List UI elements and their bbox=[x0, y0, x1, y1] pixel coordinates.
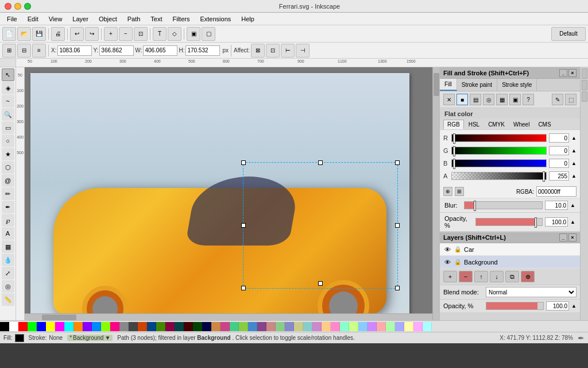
palette-color-0000ff[interactable] bbox=[37, 322, 46, 331]
palette-color-440000[interactable] bbox=[184, 322, 193, 331]
layer-bg-eye-icon[interactable]: 👁 bbox=[443, 258, 451, 266]
palette-color-88cc88[interactable] bbox=[276, 322, 285, 331]
layer-duplicate-btn[interactable]: ⧉ bbox=[505, 271, 519, 282]
palette-color-ff8800[interactable] bbox=[74, 322, 83, 331]
scrollbar-thumb-h[interactable] bbox=[42, 315, 76, 320]
scrollbar-vertical[interactable] bbox=[432, 67, 439, 320]
palette-color-cc88cc[interactable] bbox=[312, 322, 322, 331]
palette-color-444444[interactable] bbox=[129, 322, 138, 331]
group-btn[interactable]: ▣ bbox=[187, 27, 200, 41]
blend-mode-select[interactable]: Normal bbox=[486, 287, 577, 297]
connector-tool[interactable]: ⤢ bbox=[2, 267, 14, 279]
zoom-tool[interactable]: 🔍 bbox=[2, 108, 14, 121]
undo-btn[interactable]: ↩ bbox=[70, 27, 84, 41]
layer-down-btn[interactable]: ↓ bbox=[490, 271, 504, 282]
palette-color-004444[interactable] bbox=[175, 322, 184, 331]
layer-background[interactable]: 👁 🔒 Background bbox=[440, 256, 580, 269]
fill-linear-btn[interactable]: ▤ bbox=[470, 94, 481, 105]
palette-color-000000[interactable] bbox=[0, 322, 9, 331]
palette-color-8800ff[interactable] bbox=[83, 322, 92, 331]
layer-add-btn[interactable]: + bbox=[443, 271, 457, 282]
h-input[interactable] bbox=[185, 45, 220, 56]
x-input[interactable] bbox=[57, 45, 92, 56]
layer-car-lock-icon[interactable]: 🔒 bbox=[454, 246, 462, 254]
affect-btn2[interactable]: ⊡ bbox=[266, 44, 280, 57]
palette-color-000044[interactable] bbox=[202, 322, 211, 331]
print-btn[interactable]: 🖨 bbox=[51, 27, 65, 41]
r-up-arrow[interactable]: ▲ bbox=[571, 135, 577, 141]
layer-delete-btn[interactable]: − bbox=[459, 271, 473, 282]
layer-bg-lock-icon[interactable]: 🔒 bbox=[454, 258, 462, 266]
g-up-arrow[interactable]: ▲ bbox=[571, 148, 577, 154]
fill-none-btn[interactable]: ✕ bbox=[443, 94, 455, 105]
panel-close-btn[interactable]: × bbox=[568, 69, 577, 77]
menu-view[interactable]: View bbox=[44, 14, 67, 24]
fill-copy-btn[interactable]: ⬚ bbox=[565, 94, 577, 105]
menu-file[interactable]: File bbox=[2, 14, 22, 24]
affect-btn4[interactable]: ⊣ bbox=[296, 44, 310, 57]
dropper-tool[interactable]: 💧 bbox=[2, 254, 14, 266]
layer-up-btn[interactable]: ↑ bbox=[474, 271, 488, 282]
tab-cmyk[interactable]: CMYK bbox=[484, 120, 509, 129]
pencil-tool[interactable]: ✏ bbox=[2, 187, 14, 200]
palette-color-cc8888[interactable] bbox=[266, 322, 276, 331]
palette-color-448800[interactable] bbox=[156, 322, 165, 331]
scrollbar-thumb-v[interactable] bbox=[434, 73, 439, 96]
affect-btn3[interactable]: ⊢ bbox=[281, 44, 295, 57]
tab-fill[interactable]: Fill bbox=[440, 79, 457, 91]
rgba-input[interactable] bbox=[536, 186, 577, 197]
palette-color-aaaaff[interactable] bbox=[395, 322, 404, 331]
palette-color-ffaaff[interactable] bbox=[413, 322, 423, 331]
menu-object[interactable]: Object bbox=[94, 14, 122, 24]
palette-color-ff0088[interactable] bbox=[110, 322, 119, 331]
zoom-fit-btn[interactable]: ⊡ bbox=[134, 27, 148, 41]
palette-color-ccff88[interactable] bbox=[349, 322, 358, 331]
a-up-arrow[interactable]: ▲ bbox=[571, 173, 577, 179]
callig-tool[interactable]: ℘ bbox=[2, 214, 14, 227]
ellipse-tool[interactable]: ○ bbox=[2, 135, 14, 147]
palette-color-00ff00[interactable] bbox=[28, 322, 37, 331]
palette-color-aaffaa[interactable] bbox=[386, 322, 395, 331]
redo-btn[interactable]: ↪ bbox=[85, 27, 99, 41]
3d-box-tool[interactable]: ⬡ bbox=[2, 161, 14, 174]
fill-swatch-btn[interactable]: ▣ bbox=[509, 94, 521, 105]
y-input[interactable] bbox=[99, 45, 134, 56]
a-slider[interactable] bbox=[451, 172, 547, 180]
palette-color-ff88cc[interactable] bbox=[331, 322, 340, 331]
open-btn[interactable]: 📂 bbox=[17, 27, 31, 41]
b-input[interactable] bbox=[549, 159, 569, 168]
b-slider[interactable] bbox=[451, 159, 547, 167]
save-btn[interactable]: 💾 bbox=[32, 27, 46, 41]
close-button[interactable] bbox=[5, 3, 11, 10]
palette-color-ff0000[interactable] bbox=[18, 322, 28, 331]
current-layer-indicator[interactable]: * Background ▼ bbox=[67, 335, 113, 341]
g-slider[interactable] bbox=[451, 147, 547, 155]
blur-up-arrow[interactable]: ▲ bbox=[570, 202, 575, 208]
edge-btn-3[interactable] bbox=[582, 91, 587, 102]
palette-color-ff00ff[interactable] bbox=[55, 322, 64, 331]
align-btn[interactable]: ≡ bbox=[32, 44, 46, 57]
measure-tool[interactable]: 📏 bbox=[2, 293, 14, 306]
palette-color-004488[interactable] bbox=[147, 322, 156, 331]
menu-filters[interactable]: Filters bbox=[168, 14, 195, 24]
palette-color-88ccff[interactable] bbox=[358, 322, 368, 331]
edge-btn-2[interactable] bbox=[582, 80, 587, 90]
palette-color-cc8844[interactable] bbox=[211, 322, 220, 331]
palette-color-44cc88[interactable] bbox=[230, 322, 239, 331]
a-input[interactable] bbox=[549, 171, 569, 181]
palette-color-004400[interactable] bbox=[193, 322, 202, 331]
fill-unknown-btn[interactable]: ? bbox=[523, 94, 534, 105]
zoom-out-btn[interactable]: − bbox=[119, 27, 133, 41]
layers-opacity-input[interactable] bbox=[546, 301, 569, 310]
blur-input[interactable] bbox=[545, 201, 568, 210]
scrollbar-horizontal[interactable] bbox=[25, 313, 432, 320]
palette-color-cc4400[interactable] bbox=[138, 322, 147, 331]
b-up-arrow[interactable]: ▲ bbox=[571, 160, 577, 166]
edge-btn-1[interactable] bbox=[582, 68, 587, 79]
palette-color-88cccc[interactable] bbox=[303, 322, 312, 331]
palette-color-ffaaaa[interactable] bbox=[377, 322, 386, 331]
r-input[interactable] bbox=[549, 133, 569, 143]
affect-btn1[interactable]: ⊠ bbox=[251, 44, 265, 57]
layers-opacity-slider[interactable] bbox=[486, 302, 544, 310]
w-input[interactable] bbox=[143, 45, 177, 56]
